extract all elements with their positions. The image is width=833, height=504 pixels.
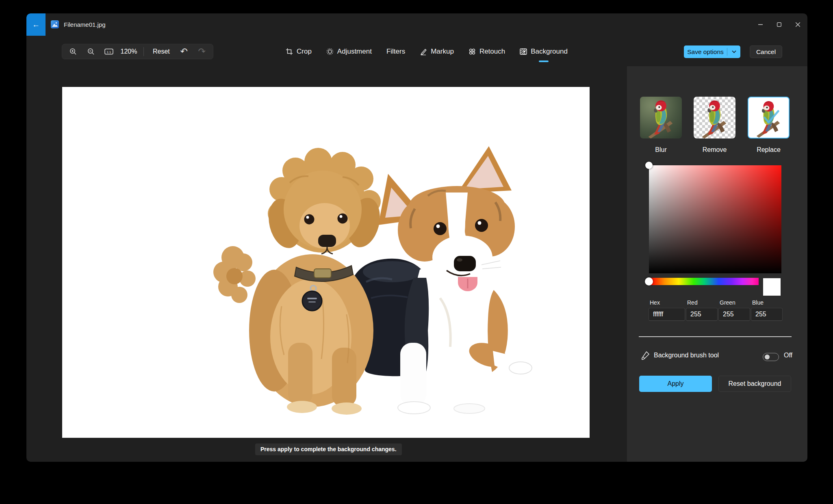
background-brush-toggle[interactable] xyxy=(763,353,779,361)
photos-app-icon xyxy=(51,20,59,28)
hex-label: Hex xyxy=(650,299,660,306)
mode-blur-thumbnail[interactable] xyxy=(640,97,682,138)
tab-crop[interactable]: Crop xyxy=(286,44,312,59)
tab-background[interactable]: Background xyxy=(520,44,568,59)
maximize-button[interactable] xyxy=(770,13,788,36)
retouch-icon xyxy=(469,48,476,55)
editor-canvas xyxy=(62,87,590,438)
desktop: ← Filename01.jpg xyxy=(0,0,833,504)
save-options-button[interactable]: Save options xyxy=(684,45,740,58)
apply-tooltip: Press apply to complete the background c… xyxy=(255,443,402,455)
reset-background-button[interactable]: Reset background xyxy=(718,376,791,392)
crop-icon xyxy=(286,48,293,55)
background-brush-label: Background brush tool xyxy=(654,350,719,360)
tab-adjustment[interactable]: Adjustment xyxy=(326,44,372,59)
saturation-value-thumb[interactable] xyxy=(645,162,653,169)
chevron-down-icon[interactable] xyxy=(727,50,740,53)
svg-text:1:1: 1:1 xyxy=(106,50,111,54)
mode-replace-label: Replace xyxy=(748,146,790,154)
undo-icon: ↶ xyxy=(180,47,188,56)
zoom-out-icon xyxy=(87,48,95,55)
toolbar-divider xyxy=(143,47,144,56)
tab-markup[interactable]: Markup xyxy=(420,44,454,59)
minimize-button[interactable] xyxy=(751,13,770,36)
hue-slider-thumb[interactable] xyxy=(645,277,653,286)
zoom-out-button[interactable] xyxy=(82,45,100,58)
zoom-in-icon xyxy=(69,48,77,55)
reset-zoom-button[interactable]: Reset xyxy=(148,45,175,58)
edit-tabs: Crop Adjustment Filters Markup xyxy=(286,44,568,59)
green-input[interactable] xyxy=(718,308,750,321)
actual-size-button[interactable]: 1:1 xyxy=(100,45,117,58)
window-controls xyxy=(751,13,807,36)
mode-remove-label: Remove xyxy=(694,146,735,154)
selected-color-swatch xyxy=(763,278,781,296)
mode-remove-thumbnail[interactable] xyxy=(694,97,735,138)
parrot-image xyxy=(640,97,682,138)
mode-replace-thumbnail[interactable] xyxy=(748,97,790,138)
toggle-state-label: Off xyxy=(784,350,792,360)
adjustment-icon xyxy=(326,48,334,55)
hex-input[interactable] xyxy=(649,308,685,321)
background-icon xyxy=(520,48,527,55)
panel-divider xyxy=(639,336,792,337)
green-label: Green xyxy=(720,299,735,306)
blue-label: Blue xyxy=(752,299,764,306)
tab-filters[interactable]: Filters xyxy=(386,44,405,59)
toggle-knob xyxy=(765,355,770,359)
close-icon xyxy=(796,22,800,27)
active-tab-underline xyxy=(539,61,549,62)
zoom-in-button[interactable] xyxy=(65,45,82,58)
maximize-icon xyxy=(777,22,781,27)
undo-button[interactable]: ↶ xyxy=(176,45,193,58)
red-input[interactable] xyxy=(686,308,718,321)
saturation-value-picker[interactable] xyxy=(649,165,781,273)
markup-icon xyxy=(420,48,427,55)
back-button[interactable]: ← xyxy=(26,13,46,36)
parrot-image xyxy=(694,97,735,138)
redo-button[interactable]: ↷ xyxy=(193,45,210,58)
back-arrow-icon: ← xyxy=(32,20,40,29)
zoom-level: 120% xyxy=(118,48,139,55)
dogs-photo xyxy=(62,87,590,438)
mode-blur-label: Blur xyxy=(640,146,682,154)
tab-retouch[interactable]: Retouch xyxy=(469,44,505,59)
actual-size-icon: 1:1 xyxy=(104,48,113,55)
hue-slider[interactable] xyxy=(651,278,759,285)
apply-button[interactable]: Apply xyxy=(639,376,712,392)
zoom-toolbar: 1:1 120% Reset ↶ ↷ xyxy=(62,44,213,59)
cancel-button[interactable]: Cancel xyxy=(750,45,782,58)
minimize-icon xyxy=(758,22,763,27)
redo-icon: ↷ xyxy=(198,47,206,56)
brush-icon xyxy=(641,351,650,361)
window-title: Filename01.jpg xyxy=(64,13,106,36)
photos-editor-window: ← Filename01.jpg xyxy=(26,13,807,462)
close-button[interactable] xyxy=(788,13,807,36)
parrot-image xyxy=(748,97,789,138)
blue-input[interactable] xyxy=(751,308,783,321)
red-label: Red xyxy=(687,299,698,306)
